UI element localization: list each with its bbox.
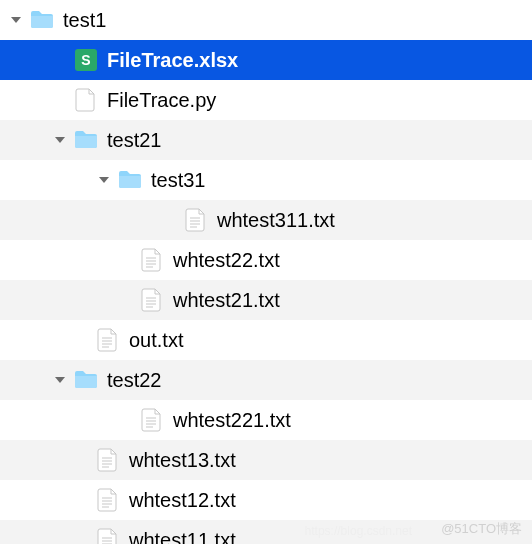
- indent: [8, 260, 118, 261]
- folder-icon: [29, 7, 55, 33]
- file-label: whtest12.txt: [129, 489, 236, 512]
- indent: [8, 500, 74, 501]
- folder-icon: [73, 127, 99, 153]
- xlsx-icon: [73, 47, 99, 73]
- txt-icon: [183, 207, 209, 233]
- file-label: test21: [107, 129, 161, 152]
- chevron-down-icon[interactable]: [52, 132, 68, 148]
- tree-row[interactable]: test31: [0, 160, 532, 200]
- txt-icon: [95, 487, 121, 513]
- file-label: whtest221.txt: [173, 409, 291, 432]
- file-label: FileTrace.xlsx: [107, 49, 238, 72]
- indent: [8, 140, 52, 141]
- chevron-down-icon[interactable]: [52, 372, 68, 388]
- file-label: test31: [151, 169, 205, 192]
- file-label: whtest22.txt: [173, 249, 280, 272]
- txt-icon: [95, 327, 121, 353]
- tree-row[interactable]: test22: [0, 360, 532, 400]
- tree-row[interactable]: whtest311.txt: [0, 200, 532, 240]
- txt-icon: [139, 407, 165, 433]
- chevron-down-icon[interactable]: [96, 172, 112, 188]
- file-label: out.txt: [129, 329, 183, 352]
- tree-row[interactable]: out.txt: [0, 320, 532, 360]
- tree-row[interactable]: test21: [0, 120, 532, 160]
- indent: [8, 420, 118, 421]
- txt-icon: [95, 527, 121, 544]
- file-label: whtest11.txt: [129, 529, 236, 545]
- tree-row[interactable]: FileTrace.py: [0, 80, 532, 120]
- indent: [8, 540, 74, 541]
- indent: [8, 180, 96, 181]
- chevron-down-icon[interactable]: [8, 12, 24, 28]
- indent: [8, 220, 162, 221]
- file-label: test22: [107, 369, 161, 392]
- file-label: whtest13.txt: [129, 449, 236, 472]
- file-tree[interactable]: test1FileTrace.xlsxFileTrace.pytest21tes…: [0, 0, 532, 544]
- tree-row[interactable]: whtest22.txt: [0, 240, 532, 280]
- tree-row[interactable]: test1: [0, 0, 532, 40]
- indent: [8, 300, 118, 301]
- folder-icon: [117, 167, 143, 193]
- txt-icon: [139, 247, 165, 273]
- tree-row[interactable]: whtest221.txt: [0, 400, 532, 440]
- tree-row[interactable]: whtest12.txt: [0, 480, 532, 520]
- folder-icon: [73, 367, 99, 393]
- txt-icon: [139, 287, 165, 313]
- file-label: test1: [63, 9, 106, 32]
- blank-icon: [73, 87, 99, 113]
- indent: [8, 100, 52, 101]
- tree-row[interactable]: whtest11.txt: [0, 520, 532, 544]
- indent: [8, 60, 52, 61]
- tree-row[interactable]: whtest21.txt: [0, 280, 532, 320]
- tree-row[interactable]: FileTrace.xlsx: [0, 40, 532, 80]
- file-label: whtest21.txt: [173, 289, 280, 312]
- indent: [8, 460, 74, 461]
- file-label: whtest311.txt: [217, 209, 335, 232]
- indent: [8, 380, 52, 381]
- indent: [8, 340, 74, 341]
- file-label: FileTrace.py: [107, 89, 216, 112]
- txt-icon: [95, 447, 121, 473]
- tree-row[interactable]: whtest13.txt: [0, 440, 532, 480]
